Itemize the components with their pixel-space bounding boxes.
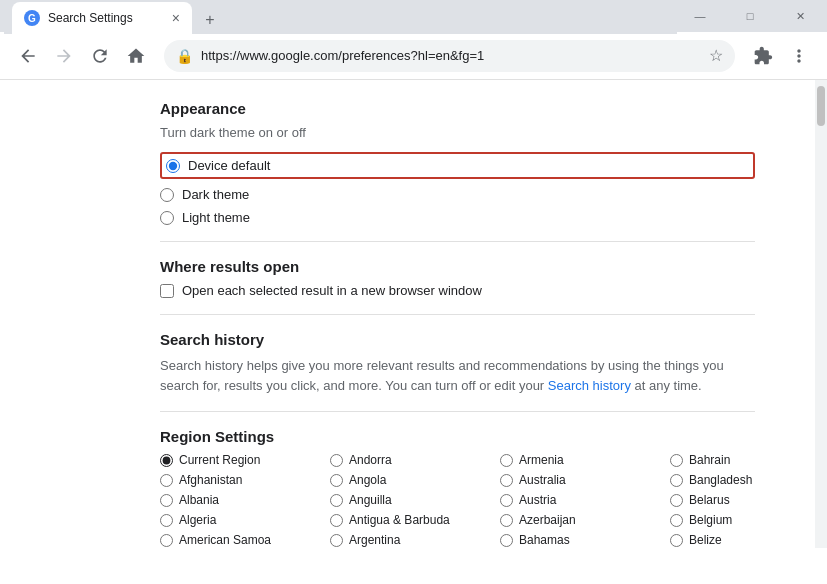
- region-bangladesh-radio[interactable]: [670, 474, 683, 487]
- region-azerbaijan[interactable]: Azerbaijan: [500, 513, 670, 527]
- region-american-samoa-radio[interactable]: [160, 534, 173, 547]
- region-armenia[interactable]: Armenia: [500, 453, 670, 467]
- where-results-section: Where results open Open each selected re…: [160, 258, 755, 298]
- browser-tab[interactable]: G Search Settings ×: [12, 2, 192, 34]
- region-belize[interactable]: Belize: [670, 533, 815, 547]
- dark-theme-radio[interactable]: [160, 188, 174, 202]
- appearance-subtitle: Turn dark theme on or off: [160, 125, 755, 140]
- region-bahrain[interactable]: Bahrain: [670, 453, 815, 467]
- region-belarus-radio[interactable]: [670, 494, 683, 507]
- region-austria-radio[interactable]: [500, 494, 513, 507]
- window-controls: — □ ✕: [677, 0, 823, 32]
- appearance-title: Appearance: [160, 100, 755, 117]
- theme-radio-group: Device default Dark theme Light theme: [160, 152, 755, 225]
- tab-favicon: G: [24, 10, 40, 26]
- scrollbar-thumb[interactable]: [817, 86, 825, 126]
- new-tab-button[interactable]: +: [196, 6, 224, 34]
- region-anguilla[interactable]: Anguilla: [330, 493, 500, 507]
- region-current-radio[interactable]: [160, 454, 173, 467]
- main-content: Appearance Turn dark theme on or off Dev…: [0, 80, 815, 548]
- region-antigua[interactable]: Antigua & Barbuda: [330, 513, 500, 527]
- maximize-button[interactable]: □: [727, 0, 773, 32]
- home-button[interactable]: [120, 40, 152, 72]
- scrollbar[interactable]: [815, 80, 827, 548]
- address-bar[interactable]: 🔒 https://www.google.com/preferences?hl=…: [164, 40, 735, 72]
- close-button[interactable]: ✕: [777, 0, 823, 32]
- region-bahamas[interactable]: Bahamas: [500, 533, 670, 547]
- divider-3: [160, 411, 755, 412]
- device-default-radio[interactable]: [166, 159, 180, 173]
- region-algeria-radio[interactable]: [160, 514, 173, 527]
- region-belarus[interactable]: Belarus: [670, 493, 815, 507]
- device-default-label: Device default: [188, 158, 270, 173]
- search-history-text-part2: at any time.: [631, 378, 702, 393]
- lock-icon: 🔒: [176, 48, 193, 64]
- region-settings-section: Region Settings Current Region Andorra A…: [160, 428, 755, 548]
- region-argentina-radio[interactable]: [330, 534, 343, 547]
- region-australia[interactable]: Australia: [500, 473, 670, 487]
- region-albania[interactable]: Albania: [160, 493, 330, 507]
- device-default-option[interactable]: Device default: [166, 158, 270, 173]
- region-settings-title: Region Settings: [160, 428, 755, 445]
- region-armenia-radio[interactable]: [500, 454, 513, 467]
- divider-2: [160, 314, 755, 315]
- region-australia-radio[interactable]: [500, 474, 513, 487]
- region-bahamas-radio[interactable]: [500, 534, 513, 547]
- tab-title: Search Settings: [48, 11, 133, 25]
- region-american-samoa[interactable]: American Samoa: [160, 533, 330, 547]
- new-window-checkbox-item[interactable]: Open each selected result in a new brows…: [160, 283, 755, 298]
- region-antigua-radio[interactable]: [330, 514, 343, 527]
- dark-theme-label: Dark theme: [182, 187, 249, 202]
- region-andorra[interactable]: Andorra: [330, 453, 500, 467]
- divider-1: [160, 241, 755, 242]
- region-current[interactable]: Current Region: [160, 453, 330, 467]
- search-history-description: Search history helps give you more relev…: [160, 356, 755, 395]
- search-history-title: Search history: [160, 331, 755, 348]
- search-history-section: Search history Search history helps give…: [160, 331, 755, 395]
- tab-close-button[interactable]: ×: [172, 10, 180, 26]
- region-afghanistan[interactable]: Afghanistan: [160, 473, 330, 487]
- region-grid: Current Region Andorra Armenia Bahrain A…: [160, 453, 755, 547]
- light-theme-label: Light theme: [182, 210, 250, 225]
- region-angola[interactable]: Angola: [330, 473, 500, 487]
- forward-button[interactable]: [48, 40, 80, 72]
- navigation-bar: 🔒 https://www.google.com/preferences?hl=…: [0, 32, 827, 80]
- region-argentina[interactable]: Argentina: [330, 533, 500, 547]
- bookmark-icon[interactable]: ☆: [709, 46, 723, 65]
- region-azerbaijan-radio[interactable]: [500, 514, 513, 527]
- new-window-label: Open each selected result in a new brows…: [182, 283, 482, 298]
- region-afghanistan-radio[interactable]: [160, 474, 173, 487]
- region-andorra-radio[interactable]: [330, 454, 343, 467]
- light-theme-option[interactable]: Light theme: [160, 210, 755, 225]
- region-albania-radio[interactable]: [160, 494, 173, 507]
- chrome-menu-icon[interactable]: [783, 40, 815, 72]
- page-content: Appearance Turn dark theme on or off Dev…: [0, 80, 827, 548]
- appearance-section: Appearance Turn dark theme on or off Dev…: [160, 100, 755, 225]
- light-theme-radio[interactable]: [160, 211, 174, 225]
- region-austria[interactable]: Austria: [500, 493, 670, 507]
- region-bangladesh[interactable]: Bangladesh: [670, 473, 815, 487]
- new-window-checkbox[interactable]: [160, 284, 174, 298]
- dark-theme-option[interactable]: Dark theme: [160, 187, 755, 202]
- region-algeria[interactable]: Algeria: [160, 513, 330, 527]
- minimize-button[interactable]: —: [677, 0, 723, 32]
- url-display: https://www.google.com/preferences?hl=en…: [201, 48, 701, 63]
- region-bahrain-radio[interactable]: [670, 454, 683, 467]
- region-anguilla-radio[interactable]: [330, 494, 343, 507]
- region-angola-radio[interactable]: [330, 474, 343, 487]
- reload-button[interactable]: [84, 40, 116, 72]
- search-history-link[interactable]: Search history: [548, 378, 631, 393]
- region-belize-radio[interactable]: [670, 534, 683, 547]
- region-belgium-radio[interactable]: [670, 514, 683, 527]
- region-belgium[interactable]: Belgium: [670, 513, 815, 527]
- back-button[interactable]: [12, 40, 44, 72]
- where-results-title: Where results open: [160, 258, 755, 275]
- extensions-icon[interactable]: [747, 40, 779, 72]
